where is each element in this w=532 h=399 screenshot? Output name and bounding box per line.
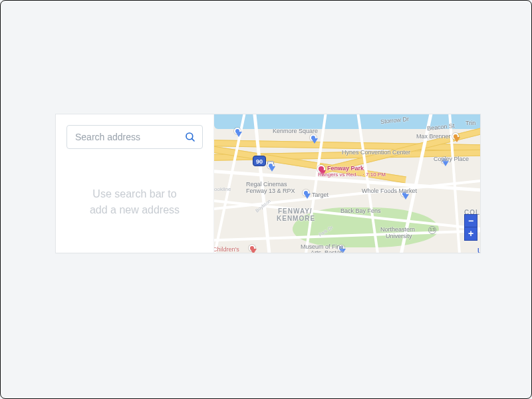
map-pin-icon[interactable] bbox=[452, 133, 459, 140]
poi-label: Children's bbox=[214, 246, 239, 253]
district-label: FENWAY/ bbox=[278, 207, 313, 215]
empty-state-hint: Use search bar to add a new address bbox=[66, 186, 203, 218]
map-pin-icon[interactable] bbox=[267, 162, 274, 169]
poi-label: Arts, Boston bbox=[311, 249, 343, 253]
exit-marker-icon: 13 bbox=[428, 226, 436, 234]
map-pin-icon[interactable] bbox=[249, 245, 255, 251]
zoom-in-button[interactable]: + bbox=[464, 227, 477, 241]
empty-hint-line: add a new address bbox=[69, 202, 200, 218]
poi-label: Northeastern bbox=[380, 226, 415, 233]
app-frame: Use search bar to add a new address 90 T bbox=[0, 0, 532, 399]
poi-label: University bbox=[386, 233, 412, 239]
featured-poi-subtitle: Rangers vs Red… · 7:10 PM bbox=[318, 172, 386, 178]
poi-label: Whole Foods Market bbox=[362, 188, 417, 194]
search-icon[interactable] bbox=[180, 127, 200, 147]
search-sidebar: Use search bar to add a new address bbox=[56, 114, 214, 253]
empty-hint-line: Use search bar to bbox=[69, 186, 200, 202]
poi-label: Trin bbox=[466, 120, 475, 126]
zoom-controls: − + bbox=[464, 214, 477, 241]
highway-shield-icon: 90 bbox=[253, 156, 266, 166]
poi-label: Copley Place bbox=[434, 156, 469, 162]
svg-line-1 bbox=[192, 138, 194, 141]
poi-label: Max Brenner bbox=[416, 133, 451, 140]
address-picker-panel: Use search bar to add a new address 90 T bbox=[55, 114, 481, 253]
district-label: KENMORE bbox=[277, 215, 315, 222]
poi-label: Target bbox=[312, 192, 329, 198]
road-label: Brookline bbox=[214, 186, 231, 192]
map-pin-icon[interactable] bbox=[310, 134, 317, 141]
poi-label: Hynes Convention Center bbox=[342, 149, 410, 156]
poi-label: Fenway 13 & RPX bbox=[246, 188, 295, 194]
map-ui-label: U bbox=[477, 247, 480, 253]
map-pin-icon[interactable] bbox=[234, 128, 241, 134]
featured-poi-label: Fenway Park bbox=[327, 165, 364, 172]
poi-label: Kenmore Square bbox=[273, 128, 318, 134]
map-canvas[interactable]: 90 T 13 Kenmore Square Storrow Dr Beacon… bbox=[214, 114, 480, 253]
poi-label: Regal Cinemas bbox=[246, 181, 287, 188]
search-field-wrap bbox=[66, 125, 203, 149]
poi-label: Back Bay Fens bbox=[340, 207, 381, 214]
map-pin-icon[interactable] bbox=[303, 190, 309, 196]
zoom-out-button[interactable]: − bbox=[464, 214, 477, 227]
